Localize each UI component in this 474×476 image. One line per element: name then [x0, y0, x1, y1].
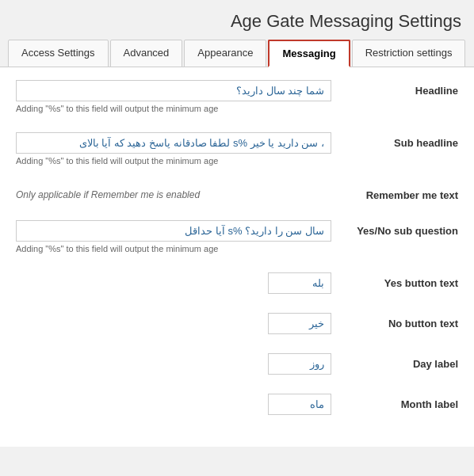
hint-yes-no-sub: Adding "%s" to this field will output th… [16, 244, 331, 253]
field-row-month-label: Month label [16, 394, 458, 421]
field-row-yes-button: Yes button text [16, 272, 458, 300]
input-month-label[interactable] [268, 394, 331, 415]
tab-appearance[interactable]: Appearance [184, 40, 266, 67]
tab-advanced[interactable]: Advanced [110, 40, 183, 67]
tab-messaging[interactable]: Messaging [268, 40, 350, 67]
input-headline[interactable] [16, 80, 331, 101]
field-label-month-label: Month label [331, 394, 458, 410]
field-left-sub-headline: Adding "%s" to this field will output th… [16, 132, 331, 166]
page-title: Age Gate Messaging Settings [0, 0, 474, 40]
field-row-remember-me-text: Only applicable if Remember me is enable… [16, 185, 458, 208]
field-left-yes-button [16, 272, 331, 294]
field-left-remember-me-text: Only applicable if Remember me is enable… [16, 185, 331, 200]
field-label-sub-headline: Sub headline [331, 132, 458, 149]
input-yes-no-sub[interactable] [16, 220, 331, 242]
field-left-yes-no-sub: Adding "%s" to this field will output th… [16, 220, 331, 253]
field-left-headline: Adding "%s" to this field will output th… [16, 80, 331, 113]
field-label-day-label: Day label [331, 353, 458, 370]
small-wrap-day-label [16, 353, 331, 375]
small-wrap-yes-button [16, 272, 331, 294]
input-no-button[interactable] [268, 313, 331, 334]
content-area: Adding "%s" to this field will output th… [0, 67, 474, 447]
field-left-no-button [16, 313, 331, 334]
field-row-day-label: Day label [16, 353, 458, 381]
tab-access[interactable]: Access Settings [8, 40, 109, 67]
input-sub-headline[interactable] [16, 132, 331, 154]
field-label-remember-me-text: Remember me text [331, 185, 458, 201]
tabs-bar: Access SettingsAdvancedAppearanceMessagi… [0, 40, 474, 67]
hint-headline: Adding "%s" to this field will output th… [16, 104, 331, 113]
small-wrap-no-button [16, 313, 331, 334]
field-label-no-button: No button text [331, 313, 458, 329]
hint-sub-headline: Adding "%s" to this field will output th… [16, 156, 331, 166]
field-left-day-label [16, 353, 331, 375]
small-wrap-month-label [16, 394, 331, 415]
tab-restriction[interactable]: Restriction settings [352, 40, 466, 67]
field-left-month-label [16, 394, 331, 415]
input-yes-button[interactable] [268, 272, 331, 294]
field-row-yes-no-sub: Adding "%s" to this field will output th… [16, 220, 458, 260]
field-row-sub-headline: Adding "%s" to this field will output th… [16, 132, 458, 172]
static-remember-me-text: Only applicable if Remember me is enable… [16, 185, 331, 200]
field-label-yes-no-sub: Yes/No sub question [331, 220, 458, 237]
field-label-headline: Headline [331, 80, 458, 97]
input-day-label[interactable] [268, 353, 331, 375]
field-label-yes-button: Yes button text [331, 272, 458, 289]
field-row-headline: Adding "%s" to this field will output th… [16, 80, 458, 120]
field-row-no-button: No button text [16, 313, 458, 341]
